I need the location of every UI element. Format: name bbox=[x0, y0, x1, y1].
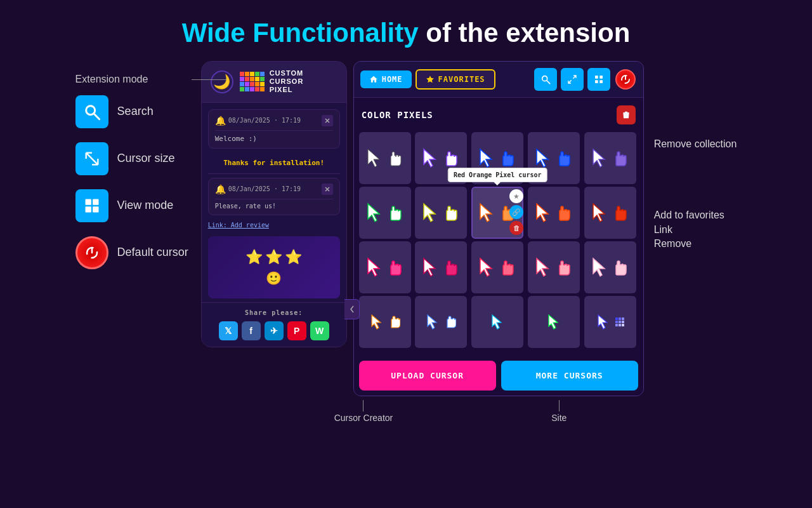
cursor-hand-4-2 bbox=[443, 314, 456, 330]
cursor-cell-3-3[interactable] bbox=[471, 241, 523, 293]
notif-close-btn-2[interactable] bbox=[322, 184, 333, 195]
bottom-buttons: Upload Cursor More Cursors bbox=[354, 356, 643, 396]
cursor-row-4 bbox=[359, 296, 638, 348]
sidebar-item-cursor-size: Cursor size bbox=[75, 142, 188, 175]
view-mode-icon-btn[interactable] bbox=[75, 189, 108, 222]
nav-right-btns bbox=[534, 68, 637, 91]
favorites-button[interactable]: Favorites bbox=[416, 69, 495, 90]
stars-area: ⭐ ⭐ ⭐ 🙂 bbox=[208, 236, 340, 298]
cursor-arrow-2-1 bbox=[365, 203, 383, 223]
notif-time-1: 08/Jan/2025 · 17:19 bbox=[228, 117, 301, 124]
expand-nav-btn[interactable] bbox=[561, 68, 584, 91]
notif-close-btn-1[interactable] bbox=[322, 115, 333, 126]
cursor-cell-3-4[interactable] bbox=[528, 241, 580, 293]
add-to-favorites-btn[interactable]: ★ bbox=[509, 189, 523, 203]
cursor-cell-2-3[interactable]: Red Orange Pixel cursor ★ 🔗 🗑 bbox=[471, 187, 523, 239]
share-whatsapp[interactable]: W bbox=[310, 321, 329, 340]
share-twitter[interactable]: 𝕏 bbox=[219, 321, 238, 340]
remove-btn[interactable]: 🗑 bbox=[509, 221, 523, 235]
popup-logo-icon: 🌙 bbox=[211, 70, 233, 93]
svg-rect-8 bbox=[93, 199, 98, 205]
expand-icon bbox=[567, 74, 577, 84]
cursors-area: Color Pixels bbox=[354, 98, 643, 356]
cursor-cell-2-4[interactable] bbox=[528, 187, 580, 239]
moon-icon: 🌙 bbox=[213, 74, 230, 90]
chevron-left-icon bbox=[349, 305, 355, 314]
default-cursor-icon-btn[interactable] bbox=[75, 236, 108, 269]
cursor-hand-2-2 bbox=[443, 203, 461, 223]
cursor-cell-4-1[interactable] bbox=[359, 296, 411, 348]
cursor-cell-3-1[interactable] bbox=[359, 241, 411, 293]
notif-message-1: Welcome :) bbox=[215, 130, 333, 143]
main-container: Extension mode Search Cursor size bbox=[0, 61, 812, 396]
share-pinterest[interactable]: P bbox=[287, 321, 306, 340]
cursor-cell-2-5[interactable] bbox=[584, 187, 636, 239]
cursor-arrow-2-5 bbox=[591, 203, 608, 223]
svg-line-1 bbox=[94, 114, 99, 119]
cursor-small-2 bbox=[426, 314, 440, 330]
share-telegram[interactable]: ✈ bbox=[265, 321, 284, 340]
cursor-cell-1-2[interactable] bbox=[415, 132, 467, 184]
svg-rect-24 bbox=[599, 80, 603, 83]
upload-cursor-button[interactable]: Upload Cursor bbox=[359, 361, 496, 391]
power-nav-btn[interactable] bbox=[614, 68, 637, 91]
power-icon bbox=[84, 245, 100, 260]
collapse-toggle[interactable] bbox=[344, 299, 360, 319]
trash-button[interactable] bbox=[617, 105, 636, 124]
remove-annotation: Remove bbox=[654, 237, 737, 251]
search-nav-btn[interactable] bbox=[534, 68, 557, 91]
cursor-cell-1-5[interactable] bbox=[584, 132, 636, 184]
share-label: Share please: bbox=[208, 309, 340, 316]
more-cursors-button[interactable]: More Cursors bbox=[501, 361, 638, 391]
add-favorites-annotation: Add to favorites bbox=[654, 208, 737, 222]
link-add-review[interactable]: Link: Add review bbox=[202, 219, 346, 232]
svg-rect-22 bbox=[599, 76, 603, 79]
notification-2: 🔔 08/Jan/2025 · 17:19 Please, rate us! bbox=[208, 178, 340, 215]
cursor-hand-2-1 bbox=[387, 203, 405, 223]
cursor-arrow-2-3 bbox=[478, 203, 495, 223]
cursor-cell-4-2[interactable] bbox=[415, 296, 467, 348]
cursor-cell-4-5[interactable] bbox=[584, 296, 636, 348]
notif-header-2: 🔔 08/Jan/2025 · 17:19 bbox=[215, 184, 333, 195]
link-btn[interactable]: 🔗 bbox=[509, 205, 523, 219]
bell-icon: 🔔 bbox=[215, 116, 226, 126]
svg-rect-7 bbox=[85, 199, 91, 205]
remove-collection-annotation: Remove collection bbox=[654, 137, 737, 151]
cursor-hand-3-5 bbox=[612, 257, 630, 277]
cursor-cell-1-1[interactable] bbox=[359, 132, 411, 184]
notification-1: 🔔 08/Jan/2025 · 17:19 Welcome :) bbox=[208, 109, 340, 149]
cursor-hand-4 bbox=[556, 148, 573, 168]
svg-rect-9 bbox=[85, 206, 91, 212]
right-annotations: Remove collection Add to favorites Link … bbox=[654, 86, 737, 251]
cursor-cell-4-4[interactable] bbox=[528, 296, 580, 348]
extension-popup: 🌙 CUSTOM CURSOR PIXEL bbox=[201, 61, 347, 347]
cursor-cell-3-2[interactable] bbox=[415, 241, 467, 293]
bottom-label-area: Cursor Creator Site bbox=[0, 400, 812, 423]
cursor-cell-2-2[interactable] bbox=[415, 187, 467, 239]
cursor-size-icon-btn[interactable] bbox=[75, 142, 108, 175]
cursor-cell-3-5[interactable] bbox=[584, 241, 636, 293]
cursor-row-1 bbox=[359, 132, 638, 184]
star-icon bbox=[426, 75, 435, 84]
home-button[interactable]: Home bbox=[360, 70, 412, 88]
grid-nav-btn[interactable] bbox=[587, 68, 610, 91]
cursor-cell-4-3[interactable] bbox=[471, 296, 523, 348]
close-icon-2 bbox=[324, 186, 331, 192]
thanks-message: Thanks for installation! bbox=[202, 155, 346, 171]
svg-line-19 bbox=[573, 76, 576, 79]
power-circle bbox=[615, 69, 636, 90]
cursor-hand-2 bbox=[443, 148, 461, 168]
collection-title: Color Pixels bbox=[362, 110, 433, 120]
share-facebook[interactable]: f bbox=[242, 321, 261, 340]
bell-icon-2: 🔔 bbox=[215, 184, 226, 194]
cursor-arrow-1 bbox=[365, 148, 383, 168]
search-icon-btn[interactable] bbox=[75, 95, 108, 128]
popup-header: 🌙 CUSTOM CURSOR PIXEL bbox=[202, 62, 346, 103]
cursor-size-label: Cursor size bbox=[117, 151, 175, 166]
cursor-cell-1-4[interactable] bbox=[528, 132, 580, 184]
smiley-icon: 🙂 bbox=[221, 271, 327, 286]
cursor-cell-1-3[interactable] bbox=[471, 132, 523, 184]
cursor-small-4 bbox=[547, 314, 561, 330]
cursor-creator-line bbox=[363, 400, 363, 411]
cursor-cell-2-1[interactable] bbox=[359, 187, 411, 239]
